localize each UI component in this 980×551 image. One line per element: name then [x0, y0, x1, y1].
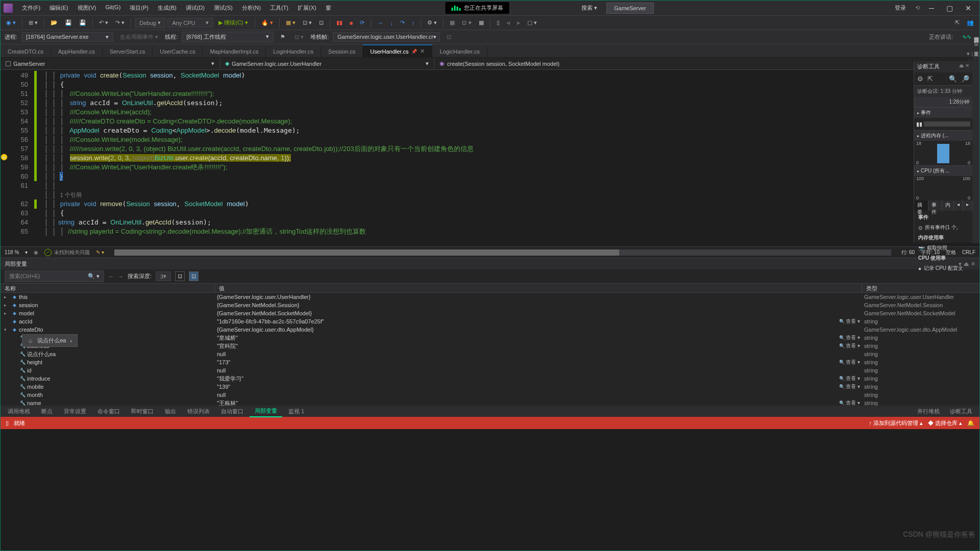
var-row[interactable]: ▸◆session{GameServer.NetModel.Session}Ga… [1, 301, 979, 309]
code-content[interactable]: │ │ private void create(Session session,… [44, 70, 979, 246]
misc2-icon[interactable]: ▦ [447, 18, 457, 28]
browser-icon[interactable]: ▦ ▾ [283, 18, 298, 28]
tab-createdto[interactable]: CreateDTO.cs [1, 46, 51, 57]
tab-usercache[interactable]: UserCache.cs [153, 46, 203, 57]
pin-icon[interactable]: 📌 [411, 49, 417, 54]
repo-select[interactable]: ◆ 选择仓库 ▴ [928, 419, 962, 427]
step-over-icon[interactable]: ↷ [398, 18, 407, 28]
pause-icon[interactable]: ▮▮ [334, 18, 345, 28]
col-value[interactable]: 值 [215, 284, 862, 292]
hot-reload-icon[interactable]: 🔥 ▾ [259, 18, 276, 28]
col-name[interactable]: 名称 [1, 284, 215, 292]
diag-cpu-section[interactable]: CPU (所有... [914, 165, 972, 176]
locals-body[interactable]: ▸◆this{GameServer.logic.user.UserHandler… [1, 293, 979, 406]
var-row[interactable]: 🔧business"宣科院"查看 ▾string [1, 342, 979, 350]
menu-analyze[interactable]: 分析(N) [238, 2, 265, 14]
tabs-dropdown-icon[interactable]: ▾ [967, 51, 970, 57]
menu-test[interactable]: 测试(S) [210, 2, 237, 14]
tab-logichandler[interactable]: LogicHandler.cs [432, 46, 487, 57]
prev-bm-icon[interactable]: ◃ [504, 18, 512, 28]
diag-close-icon[interactable]: ✕ [965, 63, 969, 68]
open-icon[interactable]: 📂 [48, 18, 60, 28]
personalize-icon[interactable]: ⟲ [915, 5, 920, 11]
health-icon[interactable]: ◉ [34, 249, 38, 255]
zoomout-icon[interactable]: 🔎 [961, 75, 969, 83]
var-row[interactable]: 🔧idnullstring [1, 366, 979, 374]
tools-icon[interactable]: ⊡ [316, 18, 326, 28]
search-menu[interactable]: 搜索 ▾ [576, 2, 602, 14]
login-link[interactable]: 登录 [895, 4, 906, 12]
step-icon[interactable]: → [375, 18, 385, 28]
nav-member-dropdown[interactable]: ◉create(Session session, SocketModel mod… [434, 59, 970, 68]
pause-sparkline-icon[interactable]: ▮▮ [916, 121, 922, 128]
next-bm-icon[interactable]: ▹ [514, 18, 523, 28]
ime-collapse-icon[interactable]: ‹ [70, 338, 72, 344]
var-row[interactable]: ▸◆this{GameServer.logic.user.UserHandler… [1, 293, 979, 301]
btab-breakpoints[interactable]: 断点 [36, 406, 58, 417]
menu-build[interactable]: 生成(B) [154, 2, 181, 14]
flag-icon[interactable]: ⚑ [278, 32, 288, 42]
undo-icon[interactable]: ↶ ▾ [96, 18, 111, 28]
save-icon[interactable]: 💾 [62, 18, 75, 28]
menu-file[interactable]: 文件(F) [18, 2, 44, 14]
btab-command[interactable]: 命令窗口 [92, 406, 125, 417]
tab-userhandler[interactable]: UserHandler.cs📌✕ [363, 44, 432, 57]
continue-button[interactable]: 继续(C) ▾ [215, 17, 251, 28]
diag-tab-mem[interactable]: 内 [942, 201, 954, 211]
btab-immediate[interactable]: 即时窗口 [126, 406, 159, 417]
var-row[interactable]: 🔧name"王栋林"查看 ▾string [1, 399, 979, 406]
brush-icon[interactable]: ✎ ▾ [96, 249, 104, 255]
btab-watch1[interactable]: 监视 1 [283, 406, 309, 417]
var-row[interactable]: ▾◆createDto{GameServer.logic.user.dto.Ap… [1, 325, 979, 334]
var-row[interactable]: 🔧address"皇城桥"查看 ▾string [1, 334, 979, 342]
step-out-icon[interactable]: ↑ [409, 18, 418, 28]
export-icon[interactable]: ⇱ [927, 75, 933, 83]
var-row[interactable]: 🔧monthnullstring [1, 391, 979, 399]
misc3-icon[interactable]: ⊡ ▾ [459, 18, 474, 28]
search-prev-icon[interactable]: ← [108, 273, 114, 280]
minimize-button[interactable]: ─ [924, 2, 939, 14]
misc4-icon[interactable]: ▦ [476, 18, 486, 28]
menu-edit[interactable]: 编辑(E) [45, 2, 72, 14]
var-row[interactable]: 🔧height"173"查看 ▾string [1, 358, 979, 366]
search-icon[interactable]: 🔍 ▾ [88, 273, 100, 280]
depth-dropdown[interactable]: 3▾ [156, 271, 171, 281]
misc-icon[interactable]: ⚙ ▾ [425, 18, 439, 28]
close-button[interactable]: ✕ [960, 2, 976, 14]
tab-loginhandler[interactable]: LoginHandler.cs [266, 46, 321, 57]
btab-exceptions[interactable]: 异常设置 [59, 406, 91, 417]
diag-memory-section[interactable]: 进程内存 (... [914, 130, 972, 141]
horizontal-scrollbar[interactable] [114, 249, 891, 256]
platform-dropdown[interactable]: Any CPU▾ [167, 18, 213, 28]
btab-diagnostics[interactable]: 诊断工具 [945, 406, 977, 417]
search-next-icon[interactable]: → [118, 273, 124, 280]
btab-locals[interactable]: 局部变量 [250, 406, 282, 417]
diag-snapshot-button[interactable]: 📷截取快照 [914, 243, 972, 253]
filter1-icon[interactable]: ⊡ [175, 271, 185, 281]
process-dropdown[interactable]: [18764] GameServer.exe▾ [21, 32, 113, 42]
btab-autos[interactable]: 自动窗口 [216, 406, 249, 417]
diag-tab-prev[interactable]: ◂ [954, 201, 963, 211]
fold-column[interactable] [37, 70, 44, 246]
zoom-level[interactable]: 118 % [5, 249, 19, 255]
menu-tools[interactable]: 工具(T) [266, 2, 292, 14]
diag-pin-icon[interactable]: ⏏ [959, 63, 964, 68]
menu-git[interactable]: Git(G) [101, 2, 125, 14]
no-issues-indicator[interactable]: 未找到相关问题 [44, 249, 90, 256]
live-share-icon[interactable]: 👥 [964, 18, 976, 28]
menu-extensions[interactable]: 扩展(X) [293, 2, 321, 14]
tab-maphandlerimpl[interactable]: MapHandlerImpl.cs [203, 46, 266, 57]
thread-dropdown[interactable]: [8768] 工作线程▾ [182, 32, 274, 42]
breakpoint-arrow-icon[interactable]: ➜ [1, 154, 8, 161]
filter2-icon[interactable]: ⊡ [189, 271, 199, 281]
nav-back-icon[interactable]: ◉ ▾ [4, 18, 18, 28]
stack-tool-icon[interactable]: ⊡ [444, 32, 454, 42]
clear-bm-icon[interactable]: ▢ ▾ [525, 18, 540, 28]
config-dropdown[interactable]: Debug▾ [135, 18, 165, 28]
new-item-icon[interactable]: ⊞ ▾ [26, 18, 40, 28]
col-type[interactable]: 类型 [862, 284, 979, 292]
tab-apphandler[interactable]: AppHandler.cs [51, 46, 103, 57]
code-editor[interactable]: ➜ 49505152535455565758596061 62636465 │ … [1, 70, 979, 246]
zoomin-icon[interactable]: 🔍 [949, 75, 957, 83]
nav-project-dropdown[interactable]: GameServer▾ [1, 59, 220, 68]
